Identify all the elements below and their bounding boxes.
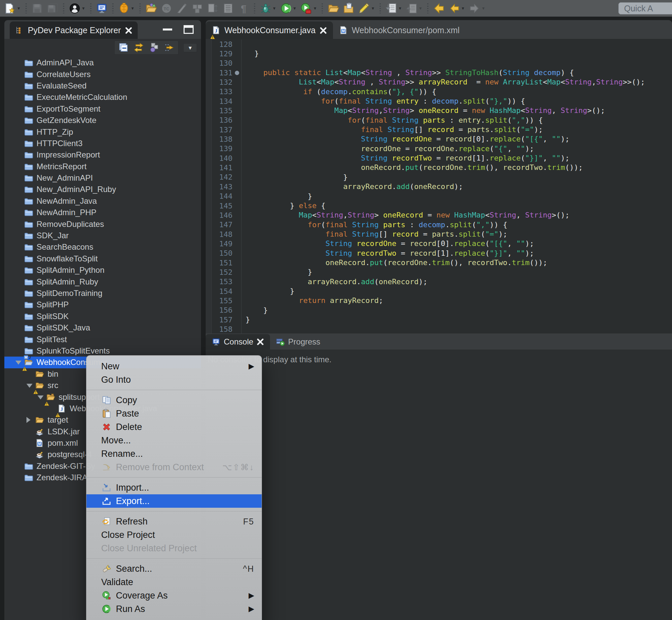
tree-item-new-adminapi-ruby[interactable]: New_AdminAPI_Ruby bbox=[4, 184, 201, 195]
open-folder-button[interactable] bbox=[326, 1, 341, 15]
tree-item-getzendeskvote[interactable]: GetZendeskVote bbox=[4, 115, 201, 126]
tree-item-newadmin-php[interactable]: NewAdmin_PHP bbox=[4, 207, 201, 218]
twisty-open-icon[interactable] bbox=[26, 384, 33, 388]
tree-item-label: ExportToSegment bbox=[37, 104, 101, 114]
collapse-all-icon[interactable] bbox=[118, 42, 129, 53]
twisty-open-icon[interactable] bbox=[15, 361, 21, 365]
menu-item-move[interactable]: Move... bbox=[87, 434, 262, 447]
orange-bug-button[interactable]: ▼ bbox=[117, 1, 136, 15]
tree-item-httpclient3[interactable]: HTTPClient3 bbox=[4, 138, 201, 149]
new-wizard-icon bbox=[4, 3, 16, 14]
view-menu-button[interactable]: ▼ bbox=[183, 43, 197, 52]
tree-item-metricsreport[interactable]: MetricsReport bbox=[4, 161, 201, 172]
folder-closed-icon bbox=[24, 185, 33, 194]
code-editor[interactable]: 128129 }130131 public static List<Map<St… bbox=[206, 39, 672, 333]
tree-item-evaluateseed[interactable]: EvaluateSeed bbox=[4, 80, 201, 92]
menu-item-go-into[interactable]: Go Into bbox=[87, 373, 262, 386]
code-line: 135 Map<String,String> oneRecord = new H… bbox=[206, 106, 672, 115]
marker-button[interactable]: ▼ bbox=[357, 1, 377, 15]
debug-button[interactable]: ▼ bbox=[258, 1, 278, 15]
tree-item-exporttosegment[interactable]: ExportToSegment bbox=[4, 103, 201, 115]
outline-icon bbox=[222, 3, 234, 14]
tree-item-impressionreport[interactable]: ImpressionReport bbox=[4, 149, 201, 160]
tab-webhookconsumer-java[interactable]: JWebhookConsumer.java bbox=[206, 21, 333, 39]
close-icon[interactable] bbox=[320, 27, 327, 34]
clipboard-folder-button[interactable] bbox=[341, 1, 356, 15]
link-swap-icon[interactable] bbox=[133, 42, 144, 53]
tree-item-label: HTTPClient3 bbox=[37, 139, 82, 148]
tree-item-splitsdk-java[interactable]: SplitSDK_Java bbox=[4, 322, 201, 333]
import-folder-button[interactable] bbox=[144, 1, 159, 15]
menu-item-label: Close Unrelated Project bbox=[101, 543, 197, 554]
fold-marker-icon[interactable] bbox=[235, 71, 239, 75]
minimize-icon[interactable] bbox=[163, 29, 172, 31]
code-line: 133 if (decomp.contains("}, {")) { bbox=[206, 87, 672, 97]
coverage-icon bbox=[101, 591, 112, 600]
menu-item-refresh[interactable]: RefreshF5 bbox=[87, 515, 262, 528]
tab-webhookconsumer-pom-xml[interactable]: MWebhookConsumer/pom.xml bbox=[333, 21, 466, 39]
line-number: 148 bbox=[206, 230, 232, 239]
tree-item-removeduplicates[interactable]: RemoveDuplicates bbox=[4, 218, 201, 229]
menu-item-copy[interactable]: Copy bbox=[87, 394, 262, 407]
tree-item-splitdemotraining[interactable]: SplitDemoTraining bbox=[4, 288, 201, 299]
run-button[interactable]: ▼ bbox=[279, 1, 298, 15]
menu-item-coverage-as[interactable]: Coverage As▶ bbox=[87, 589, 262, 602]
maximize-icon[interactable] bbox=[183, 25, 193, 34]
copy-icon bbox=[101, 396, 112, 405]
account-button[interactable]: ▼ bbox=[67, 1, 87, 15]
tree-item-newadmin-java[interactable]: NewAdmin_Java bbox=[4, 195, 201, 207]
console-message: No consoles to display at this time. bbox=[208, 355, 672, 364]
twisty-closed-icon[interactable] bbox=[26, 417, 31, 423]
dropdown-caret-icon: ▼ bbox=[418, 6, 423, 11]
menu-item-run-as[interactable]: Run As▶ bbox=[87, 602, 262, 616]
profile-button[interactable]: ▼ bbox=[299, 1, 319, 15]
java-file-icon: J bbox=[212, 26, 220, 35]
menu-item-validate[interactable]: Validate bbox=[87, 575, 262, 589]
tree-item-http-zip[interactable]: HTTP_Zip bbox=[4, 126, 201, 138]
menu-item-close-project[interactable]: Close Project bbox=[87, 528, 262, 541]
tab-progress[interactable]: Progress bbox=[270, 334, 326, 350]
tree-item-snowflaketosplit[interactable]: SnowflakeToSplit bbox=[4, 253, 201, 264]
new-wizard-button[interactable]: ▼ bbox=[3, 1, 22, 15]
code-line: 147 for(final String parts : decomp.spli… bbox=[206, 220, 672, 229]
tree-item-sdk-jar[interactable]: SDK_Jar bbox=[4, 230, 201, 241]
tree-item-splitadmin-python[interactable]: SplitAdmin_Python bbox=[4, 264, 201, 276]
compare-icon bbox=[207, 3, 218, 14]
tree-item-new-adminapi[interactable]: New_AdminAPI bbox=[4, 172, 201, 184]
tree-item-splitphp[interactable]: SplitPHP bbox=[4, 299, 201, 310]
save-button bbox=[30, 1, 45, 15]
packages-view-icon[interactable] bbox=[149, 42, 160, 53]
console-view-button[interactable] bbox=[95, 1, 109, 15]
maven-badge: M bbox=[24, 355, 28, 359]
link-editor-icon[interactable] bbox=[164, 42, 175, 53]
back-button[interactable]: ▼ bbox=[447, 1, 467, 15]
menu-item-import[interactable]: Import... bbox=[87, 481, 262, 494]
close-icon[interactable] bbox=[257, 338, 264, 346]
save-to-file-button[interactable]: ▼ bbox=[384, 1, 404, 15]
debug-icon bbox=[260, 3, 271, 14]
tab-pydev-package-explorer[interactable]: PyDev Package Explorer bbox=[10, 21, 138, 39]
menu-item-export[interactable]: Export... bbox=[87, 494, 262, 508]
tree-item-splitsdk[interactable]: SplitSDK bbox=[4, 311, 201, 322]
menu-item-rename[interactable]: Rename... bbox=[87, 447, 262, 461]
folder-closed-icon bbox=[24, 197, 33, 205]
tree-item-correlateusers[interactable]: CorrelateUsers bbox=[4, 68, 201, 80]
tree-item-splittest[interactable]: SplitTest bbox=[4, 333, 201, 345]
close-icon[interactable] bbox=[125, 27, 132, 34]
tree-item-adminapi-java[interactable]: AdminAPI_Java bbox=[4, 57, 201, 68]
tree-item-splunktosplitevents[interactable]: SplunkToSplitEvents bbox=[4, 345, 201, 357]
last-edit-button[interactable] bbox=[432, 1, 446, 15]
twisty-open-icon[interactable] bbox=[38, 396, 44, 400]
menu-item-new[interactable]: New▶ bbox=[87, 360, 262, 373]
quick-access-box[interactable]: Quick A bbox=[618, 2, 672, 14]
menu-item-paste[interactable]: Paste bbox=[87, 407, 262, 420]
tree-item-executemetriccalculation[interactable]: ExecuteMetricCalculation bbox=[4, 92, 201, 103]
menu-item-search[interactable]: Search...^H bbox=[87, 562, 262, 575]
tree-item-label: SplitSDK bbox=[37, 312, 69, 321]
tree-item-splitadmin-ruby[interactable]: SplitAdmin_Ruby bbox=[4, 276, 201, 287]
folder-closed-icon bbox=[24, 323, 33, 332]
tab-console[interactable]: Console bbox=[206, 334, 270, 350]
menu-item-delete[interactable]: Delete bbox=[87, 420, 262, 434]
tree-item-label: Zendesk-JIRA bbox=[37, 473, 88, 482]
tree-item-searchbeacons[interactable]: SearchBeacons bbox=[4, 241, 201, 253]
